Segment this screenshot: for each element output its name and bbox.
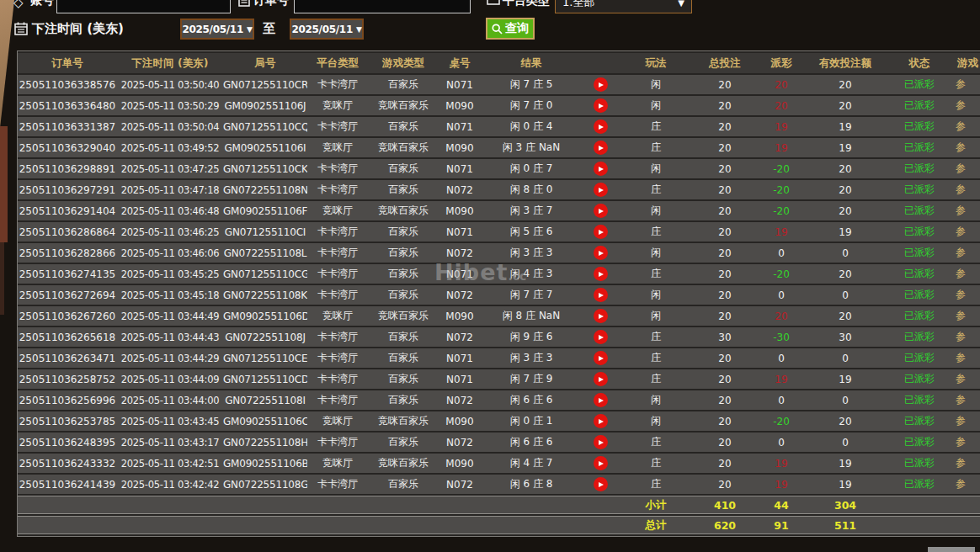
date-from-value: 2025/05/11 [182,24,243,35]
card-icon [487,0,500,5]
chevron-down-icon: ▼ [247,25,253,34]
account-label: 账号 [30,0,54,8]
platform-type-select[interactable]: 1.全部 ▼ [555,0,692,13]
chevron-down-icon: ▼ [356,25,362,34]
bet-time-label: 下注时间 (美东) [32,21,124,37]
query-button[interactable]: 查询 [486,18,535,40]
document-icon [238,0,250,7]
order-label: 订单号 [253,0,289,8]
date-to-value: 2025/05/11 [291,24,353,35]
account-input[interactable] [56,0,231,13]
date-to-select[interactable]: 2025/05/11 ▼ [290,19,364,40]
platform-type-label: 平台类型 [503,0,550,8]
search-icon [492,24,503,34]
chevron-down-icon: ▼ [678,0,684,8]
query-button-label: 查询 [505,21,529,36]
date-from-select[interactable]: 2025/05/11 ▼ [180,19,254,40]
calendar-icon [14,22,28,35]
platform-type-value: 1.全部 [562,0,594,10]
filter-bar: ◇ 账号 订单号 平台类型 1.全部 ▼ 下注时间 (美东) 2025/05/1… [0,0,980,552]
date-range-to-label: 至 [263,21,275,37]
scrollbar-thumb[interactable] [928,547,975,552]
account-icon: ◇ [13,0,24,10]
order-input[interactable] [294,0,471,13]
